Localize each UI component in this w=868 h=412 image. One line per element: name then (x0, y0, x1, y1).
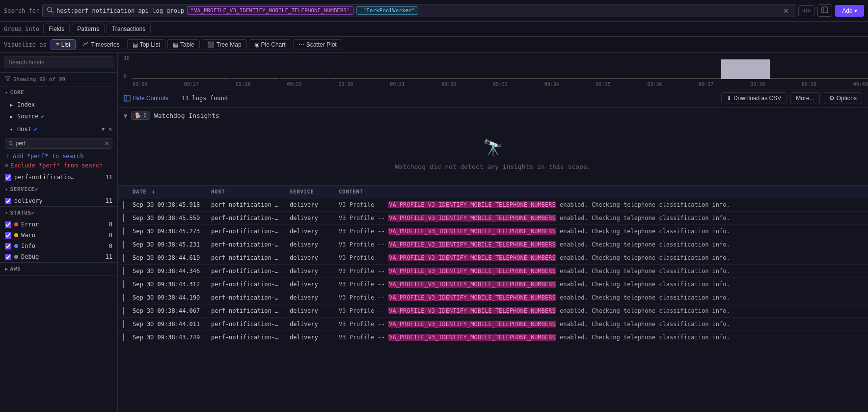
gear-icon: ⚙ (829, 95, 835, 102)
watchdog-body: 🔭 Watchdog did not detect any insights i… (118, 124, 868, 185)
search-input-wrap[interactable]: host:perf-notification-api-log-group "VA… (42, 4, 795, 17)
watchdog-header[interactable]: ▼ 🐕 0 Watchdog Insights (118, 108, 868, 124)
log-table: Date ↓ Host Service Content (118, 186, 868, 344)
watchdog-title: Watchdog Insights (154, 112, 219, 119)
exclude-perf-from-search-link[interactable]: ⊖ Exclude *perf* from search (5, 161, 112, 170)
add-button[interactable]: Add ▾ (835, 5, 864, 17)
status-warn-item[interactable]: Warn 0 (0, 230, 117, 241)
sidebar-item-index[interactable]: ▶ Index (0, 99, 117, 110)
watchdog-section: ▼ 🐕 0 Watchdog Insights 🔭 Watchdog did n… (118, 108, 868, 186)
host-filter-clear-btn[interactable]: ✕ (108, 126, 112, 133)
service-cell: delivery (285, 278, 334, 291)
timeseries-icon (83, 41, 89, 48)
status-info-item[interactable]: Info 0 (0, 241, 117, 251)
more-button[interactable]: More... (790, 92, 819, 104)
host-cell: perf-notification-... (206, 291, 285, 304)
col-date[interactable]: Date ↓ (128, 186, 206, 198)
aws-label: AWS (10, 266, 21, 272)
table-row[interactable]: Sep 30 09:38:44.619perf-notification-...… (118, 251, 868, 265)
table-row[interactable]: Sep 30 09:38:44.346perf-notification-...… (118, 265, 868, 278)
piechart-icon: ◉ (254, 41, 259, 48)
service-cell: delivery (285, 318, 334, 331)
content-highlight: VA_PROFILE_V3_IDENTIFY_MOBILE_TELEPHONE_… (388, 228, 556, 235)
severity-bar (123, 294, 124, 302)
search-bar: Search for host:perf-notification-api-lo… (0, 0, 868, 22)
host-filter-input[interactable] (15, 140, 103, 147)
svg-line-5 (11, 144, 13, 145)
viz-piechart-button[interactable]: ◉ Pie Chart (249, 39, 291, 50)
search-facets-input[interactable] (4, 56, 113, 68)
code-view-button[interactable]: </> (798, 5, 814, 16)
download-csv-button[interactable]: ⬇ Download as CSV (721, 92, 787, 104)
chevron-aws-icon: ▶ (5, 266, 8, 272)
content-highlight: VA_PROFILE_V3_IDENTIFY_MOBILE_TELEPHONE_… (388, 268, 556, 275)
severity-bar (123, 307, 124, 315)
sidebar-delivery-item[interactable]: delivery 11 (0, 195, 117, 206)
sidebar-item-host[interactable]: ▾ Host ✔ ▾ ✕ (0, 122, 117, 136)
table-row[interactable]: Sep 30 09:38:43.749perf-notification-...… (118, 331, 868, 344)
viz-treemap-button[interactable]: ⬛ Tree Map (202, 39, 247, 50)
viz-scatter-button[interactable]: ⋯ Scatter Plot (293, 39, 342, 50)
tab-transactions[interactable]: Transactions (107, 24, 151, 34)
content-suffix: enabled. Checking telephone classificati… (556, 215, 730, 221)
host-item-checkbox[interactable] (5, 174, 11, 181)
hide-controls-button[interactable]: Hide Controls (124, 95, 168, 102)
tab-fields[interactable]: Fields (43, 24, 70, 34)
table-row[interactable]: Sep 30 09:38:45.918perf-notification-...… (118, 198, 868, 212)
debug-checkbox[interactable] (5, 254, 11, 260)
content-cell: V3 Profile -- VA_PROFILE_V3_IDENTIFY_MOB… (334, 278, 868, 291)
table-row[interactable]: Sep 30 09:38:44.011perf-notification-...… (118, 318, 868, 331)
table-row[interactable]: Sep 30 09:38:44.312perf-notification-...… (118, 278, 868, 291)
watchdog-badge: 🐕 0 (131, 111, 150, 120)
table-row[interactable]: Sep 30 09:38:45.231perf-notification-...… (118, 238, 868, 251)
viz-table-button[interactable]: ▦ Table (167, 39, 200, 50)
aws-section-header[interactable]: ▶ AWS (0, 263, 117, 275)
service-section-header[interactable]: ▾ Service ✔ (0, 183, 117, 195)
warn-checkbox[interactable] (5, 232, 11, 239)
service-cell: delivery (285, 198, 334, 212)
expand-button[interactable] (817, 4, 832, 17)
viz-toplist-button[interactable]: ▤ Top List (127, 39, 165, 50)
content-cell: V3 Profile -- VA_PROFILE_V3_IDENTIFY_MOB… (334, 291, 868, 304)
chart-bar-4 (329, 78, 378, 79)
log-table-wrap[interactable]: Date ↓ Host Service Content (118, 186, 868, 412)
table-row[interactable]: Sep 30 09:38:45.559perf-notification-...… (118, 212, 868, 225)
host-verified-icon: ✔ (34, 126, 37, 133)
status-error-item[interactable]: Error 0 (0, 219, 117, 230)
status-debug-item[interactable]: Debug 11 (0, 251, 117, 262)
sidebar-host-checked-item[interactable]: perf-notification-api-log-gr... 11 (0, 172, 117, 183)
viz-list-button[interactable]: ≡ List (51, 39, 76, 50)
chart-y-min: 0 (124, 74, 127, 79)
delivery-checkbox[interactable] (5, 198, 11, 204)
chart-x-label-6: 09:32 (441, 82, 456, 87)
error-checkbox[interactable] (5, 221, 11, 228)
col-host: Host (206, 186, 285, 198)
severity-cell (118, 238, 128, 251)
tab-patterns[interactable]: Patterns (72, 24, 105, 34)
table-row[interactable]: Sep 30 09:38:44.190perf-notification-...… (118, 291, 868, 304)
log-toolbar-right: ⬇ Download as CSV More... ⚙ Options (721, 92, 862, 104)
core-section-header[interactable]: ▾ CORE (0, 86, 117, 99)
expand-source-icon: ▶ (10, 114, 13, 119)
host-filter-icon-btn[interactable]: ▾ (101, 125, 106, 134)
chart-x-label-3: 09:29 (287, 82, 302, 87)
chart-bar-5 (378, 78, 427, 79)
search-clear-button[interactable]: ✕ (781, 7, 791, 15)
viz-timeseries-button[interactable]: Timeseries (78, 39, 125, 50)
add-perf-to-search-link[interactable]: ＋ Add *perf* to search (5, 151, 112, 161)
options-button[interactable]: ⚙ Options (824, 92, 862, 104)
table-row[interactable]: Sep 30 09:38:44.067perf-notification-...… (118, 304, 868, 318)
svg-line-1 (52, 11, 54, 13)
dog-icon: 🐕 (135, 112, 141, 119)
host-filter-input-clear[interactable]: ✕ (105, 140, 109, 147)
table-row[interactable]: Sep 30 09:38:45.273perf-notification-...… (118, 225, 868, 238)
chart-x-label-13: 09:39 (802, 82, 816, 87)
info-checkbox[interactable] (5, 243, 11, 249)
binoculars-icon: 🔭 (483, 138, 503, 157)
sidebar-item-source[interactable]: ▶ Source ✔ (0, 110, 117, 122)
chevron-service-icon: ▾ (5, 187, 8, 192)
query-host: host:perf-notification-api-log-group (56, 7, 184, 14)
status-section-header[interactable]: ▾ Status ✔ (0, 207, 117, 219)
service-verified-icon: ✔ (35, 186, 38, 192)
date-cell: Sep 30 09:38:45.918 (128, 198, 206, 212)
